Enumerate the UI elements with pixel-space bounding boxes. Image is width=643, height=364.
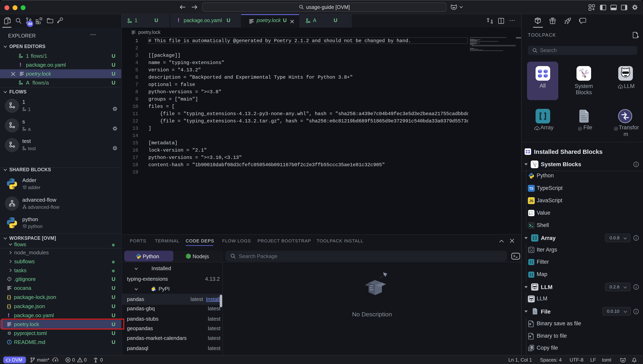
svg-text:JS: JS bbox=[529, 199, 533, 203]
svg-text:TS: TS bbox=[529, 187, 534, 190]
svg-text:x: x bbox=[531, 248, 532, 252]
